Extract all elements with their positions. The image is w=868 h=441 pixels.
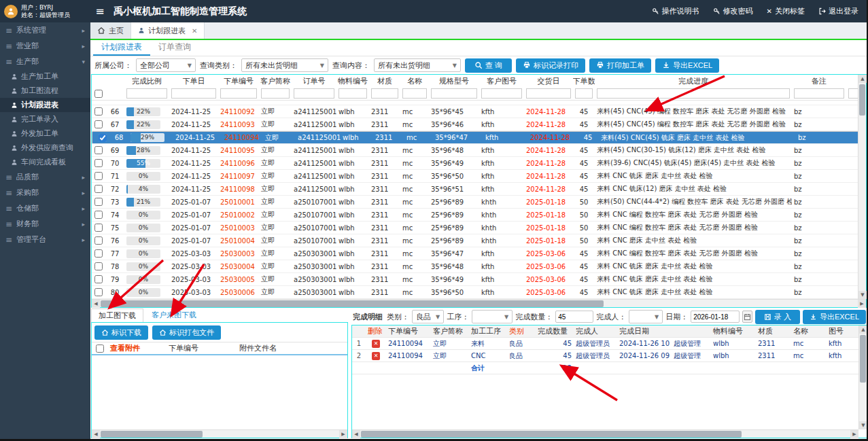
select-all-checkbox[interactable]	[96, 345, 104, 353]
scroll-down-icon[interactable]: ▼	[858, 291, 867, 299]
filter-input[interactable]	[597, 88, 790, 99]
table-row[interactable]: 724%2024-11-2524110098立即a241125001wlbh23…	[92, 183, 858, 196]
table-row[interactable]: 710%2024-11-2524110097立即a241125001wlbh23…	[92, 170, 858, 183]
table-row[interactable]: 6622%2024-11-2524110092立即a241125001wlbh2…	[92, 105, 858, 118]
row-checkbox[interactable]	[94, 185, 103, 193]
print-label-record-button[interactable]: 标识记录打印	[516, 58, 585, 73]
column-header[interactable]: 规格型号	[429, 75, 479, 87]
subtab[interactable]: 计划跟进表	[93, 40, 150, 56]
close-tab-icon[interactable]: ✕	[192, 27, 197, 35]
column-header[interactable]: 客户简称	[259, 75, 292, 87]
company-select[interactable]: 全部公司▼	[136, 58, 196, 72]
scroll-left-icon[interactable]: ◀	[352, 430, 360, 438]
order-number-link[interactable]: 25010002	[218, 209, 259, 221]
menu-toggle-icon[interactable]: ≡	[90, 5, 109, 18]
table-row[interactable]: 6829%2024-11-2524110094立即a241125001wlbh2…	[92, 131, 858, 144]
download-tab[interactable]: 加工图下载	[91, 308, 143, 322]
label-download-button[interactable]: 标识下载	[94, 325, 148, 340]
order-number-link[interactable]: 24110092	[218, 105, 259, 118]
subtab[interactable]: 订单查询	[150, 40, 199, 56]
sidebar-item[interactable]: 完工单录入	[0, 112, 90, 126]
column-header[interactable]: 订单号	[292, 75, 336, 87]
column-header[interactable]: 客户图号	[479, 75, 524, 87]
column-header[interactable]: 完成比例	[124, 75, 169, 87]
scroll-right-icon[interactable]: ▶	[858, 300, 866, 308]
table-row[interactable]: 800%2025-03-0325030006立即a250303001wlbh23…	[92, 286, 858, 299]
table-row[interactable]: 7055%2024-11-2524110096立即a241125001wlbh2…	[92, 157, 858, 170]
order-number-link[interactable]: 25010003	[218, 222, 259, 234]
filter-input[interactable]	[431, 88, 477, 99]
enter-button[interactable]: 录 入	[755, 310, 800, 324]
process-select[interactable]: ▼	[472, 310, 513, 323]
row-checkbox[interactable]	[94, 146, 103, 154]
scroll-right-icon[interactable]: ▶	[339, 430, 347, 438]
content-select[interactable]: 所有未出货明细▼	[374, 58, 461, 72]
sidebar-group[interactable]: ≡营业部▸	[0, 38, 90, 54]
sidebar-item[interactable]: 外发加工单	[0, 126, 90, 141]
row-checkbox[interactable]	[94, 262, 103, 270]
table-row[interactable]: 6928%2024-11-2524110095立即a241125001wlbh2…	[92, 144, 858, 157]
vertical-scrollbar[interactable]: ▲ ▼	[858, 75, 866, 299]
table-row[interactable]: 7321%2025-01-0725010001立即a250107001wlbh2…	[92, 196, 858, 209]
filter-input[interactable]	[220, 88, 257, 99]
filter-input[interactable]	[126, 88, 167, 99]
label-package-button[interactable]: 标识打包文件	[152, 325, 221, 340]
column-header[interactable]: 物料编号	[336, 75, 369, 87]
scroll-left-icon[interactable]: ◀	[92, 300, 100, 308]
sidebar-group[interactable]: ≡仓储部▸	[0, 200, 90, 216]
row-checkbox[interactable]	[94, 224, 103, 232]
order-number-link[interactable]: 24110093	[218, 118, 259, 130]
column-header[interactable]: 材质	[369, 75, 400, 87]
horizontal-scrollbar[interactable]: ◀ ▶	[352, 429, 858, 438]
person-select[interactable]: ▼	[629, 310, 663, 323]
close-tabs-action[interactable]: ✕关闭标签	[767, 6, 805, 16]
column-header[interactable]: 名称	[400, 75, 429, 87]
category-select[interactable]: 所有未出货明细▼	[241, 58, 328, 72]
quantity-input[interactable]	[555, 311, 593, 323]
scrollbar-thumb[interactable]	[859, 84, 865, 116]
row-checkbox[interactable]	[94, 172, 103, 180]
table-row[interactable]: 1✕24110094立即来料良品45超级管理员2024-11-26 10超级管理…	[352, 338, 858, 350]
order-number-link[interactable]: 24110095	[218, 144, 259, 156]
row-checkbox[interactable]	[94, 198, 103, 206]
scroll-left-icon[interactable]: ◀	[92, 430, 100, 438]
horizontal-scrollbar[interactable]: ◀ ▶	[92, 429, 347, 438]
filter-input[interactable]	[402, 88, 427, 99]
sidebar-group[interactable]: ≡系统管理▸	[0, 22, 90, 38]
row-checkbox[interactable]	[94, 275, 103, 283]
order-number-link[interactable]: 24110096	[218, 157, 259, 169]
column-header[interactable]: 已	[846, 75, 858, 87]
row-checkbox[interactable]	[94, 159, 103, 167]
filter-input[interactable]	[848, 88, 858, 99]
table-row[interactable]: 790%2025-03-0325030005立即a250303001wlbh23…	[92, 273, 858, 286]
filter-input[interactable]	[371, 88, 398, 99]
sidebar-group[interactable]: ≡品质部▸	[0, 169, 90, 185]
delete-button[interactable]: ✕	[372, 340, 380, 348]
filter-input[interactable]	[481, 88, 522, 99]
filter-input[interactable]	[338, 88, 367, 99]
filter-input[interactable]	[294, 88, 334, 99]
row-checkbox[interactable]	[94, 107, 103, 116]
row-checkbox[interactable]	[94, 288, 103, 296]
order-number-link[interactable]: 24110097	[218, 170, 259, 182]
table-row[interactable]: 780%2025-03-0325030004立即a250303001wlbh23…	[92, 260, 858, 273]
row-checkbox[interactable]	[94, 236, 103, 245]
sidebar-group[interactable]: ≡财务部▸	[0, 216, 90, 232]
scrollbar-thumb[interactable]	[361, 431, 742, 438]
scrollbar-thumb[interactable]	[860, 335, 866, 383]
export-excel-button[interactable]: 导出EXCEL	[655, 58, 719, 73]
filter-input[interactable]	[526, 88, 571, 99]
order-number-link[interactable]: 25030004	[218, 260, 259, 272]
table-row[interactable]: 750%2025-01-0725010003立即a250107001wlbh23…	[92, 222, 858, 234]
filter-input[interactable]	[794, 88, 844, 99]
sidebar-group[interactable]: ≡管理平台▸	[0, 232, 90, 247]
horizontal-scrollbar[interactable]: ◀ ▶	[92, 299, 866, 307]
scroll-right-icon[interactable]: ▶	[850, 430, 858, 438]
row-checkbox[interactable]	[99, 134, 107, 142]
filter-input[interactable]	[171, 88, 216, 99]
scrollbar-thumb[interactable]	[101, 431, 203, 438]
search-button[interactable]: 查 询	[465, 58, 512, 73]
tab[interactable]: 计划跟进表✕	[131, 22, 205, 39]
table-row[interactable]: 2✕24110094立即CNC良品45超级管理员2024-11-26 09超级管…	[352, 350, 858, 362]
sidebar-group[interactable]: ≡采购部▸	[0, 185, 90, 200]
